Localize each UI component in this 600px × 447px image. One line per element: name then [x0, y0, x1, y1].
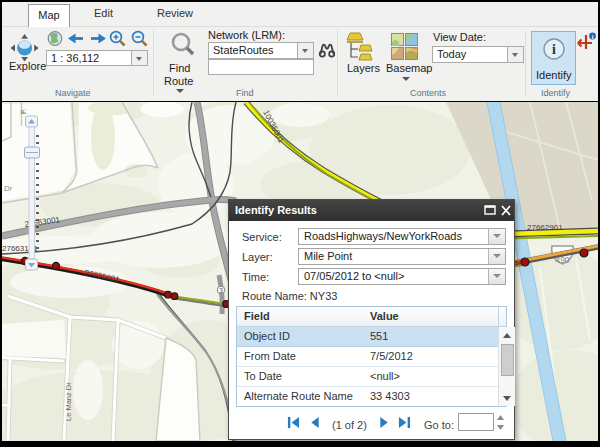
svg-text:3: 3 [219, 287, 223, 294]
svg-text:27662901: 27662901 [527, 223, 563, 232]
svg-text:i: i [552, 42, 556, 57]
svg-text:Le Manz Dr: Le Manz Dr [64, 382, 73, 421]
svg-text:P.: P. [20, 108, 27, 114]
svg-text:490: 490 [555, 255, 569, 265]
svg-text:Dr: Dr [4, 184, 12, 193]
